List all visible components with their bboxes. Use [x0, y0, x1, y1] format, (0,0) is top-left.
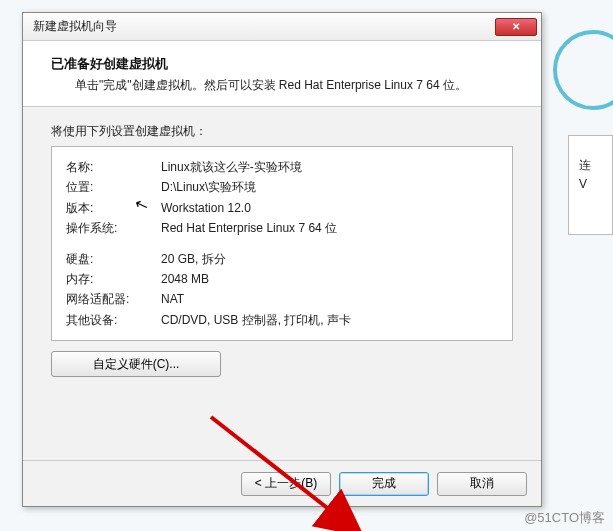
summary-key: 硬盘:: [66, 249, 161, 269]
dialog-footer: < 上一步(B) 完成 取消: [23, 460, 541, 506]
summary-key: 版本:: [66, 198, 161, 218]
summary-key: 操作系统:: [66, 218, 161, 238]
summary-value: Red Hat Enterprise Linux 7 64 位: [161, 218, 337, 238]
cancel-button[interactable]: 取消: [437, 472, 527, 496]
summary-row: 版本:Workstation 12.0: [66, 198, 498, 218]
side-panel-text2: V: [579, 175, 606, 194]
summary-value: 20 GB, 拆分: [161, 249, 226, 269]
background-circle: [553, 30, 613, 110]
summary-row: 内存:2048 MB: [66, 269, 498, 289]
summary-key: 位置:: [66, 177, 161, 197]
summary-row: 位置:D:\Linux\实验环境: [66, 177, 498, 197]
summary-key: 名称:: [66, 157, 161, 177]
summary-value: D:\Linux\实验环境: [161, 177, 256, 197]
summary-lead: 将使用下列设置创建虚拟机：: [51, 123, 513, 140]
summary-row: 硬盘:20 GB, 拆分: [66, 249, 498, 269]
side-panel: 连 V: [568, 135, 613, 235]
summary-row: 操作系统:Red Hat Enterprise Linux 7 64 位: [66, 218, 498, 238]
side-panel-text1: 连: [579, 156, 606, 175]
customize-hardware-button[interactable]: 自定义硬件(C)...: [51, 351, 221, 377]
dialog-header: 已准备好创建虚拟机 单击"完成"创建虚拟机。然后可以安装 Red Hat Ent…: [23, 41, 541, 107]
summary-key: 其他设备:: [66, 310, 161, 330]
window-title: 新建虚拟机向导: [33, 18, 495, 35]
header-title: 已准备好创建虚拟机: [51, 55, 517, 73]
summary-row: 名称:Linux就该这么学-实验环境: [66, 157, 498, 177]
close-button[interactable]: ✕: [495, 18, 537, 36]
finish-button[interactable]: 完成: [339, 472, 429, 496]
summary-value: NAT: [161, 289, 184, 309]
wizard-dialog: 新建虚拟机向导 ✕ 已准备好创建虚拟机 单击"完成"创建虚拟机。然后可以安装 R…: [22, 12, 542, 507]
dialog-content: 将使用下列设置创建虚拟机： 名称:Linux就该这么学-实验环境 位置:D:\L…: [23, 107, 541, 460]
summary-value: 2048 MB: [161, 269, 209, 289]
summary-value: CD/DVD, USB 控制器, 打印机, 声卡: [161, 310, 351, 330]
summary-key: 网络适配器:: [66, 289, 161, 309]
summary-key: 内存:: [66, 269, 161, 289]
watermark: @51CTO博客: [524, 509, 605, 527]
close-icon: ✕: [512, 21, 520, 32]
summary-box: 名称:Linux就该这么学-实验环境 位置:D:\Linux\实验环境 版本:W…: [51, 146, 513, 341]
titlebar: 新建虚拟机向导 ✕: [23, 13, 541, 41]
summary-value: Workstation 12.0: [161, 198, 251, 218]
summary-value: Linux就该这么学-实验环境: [161, 157, 302, 177]
header-subtitle: 单击"完成"创建虚拟机。然后可以安装 Red Hat Enterprise Li…: [51, 77, 517, 94]
summary-row: 其他设备:CD/DVD, USB 控制器, 打印机, 声卡: [66, 310, 498, 330]
summary-row: 网络适配器:NAT: [66, 289, 498, 309]
back-button[interactable]: < 上一步(B): [241, 472, 331, 496]
